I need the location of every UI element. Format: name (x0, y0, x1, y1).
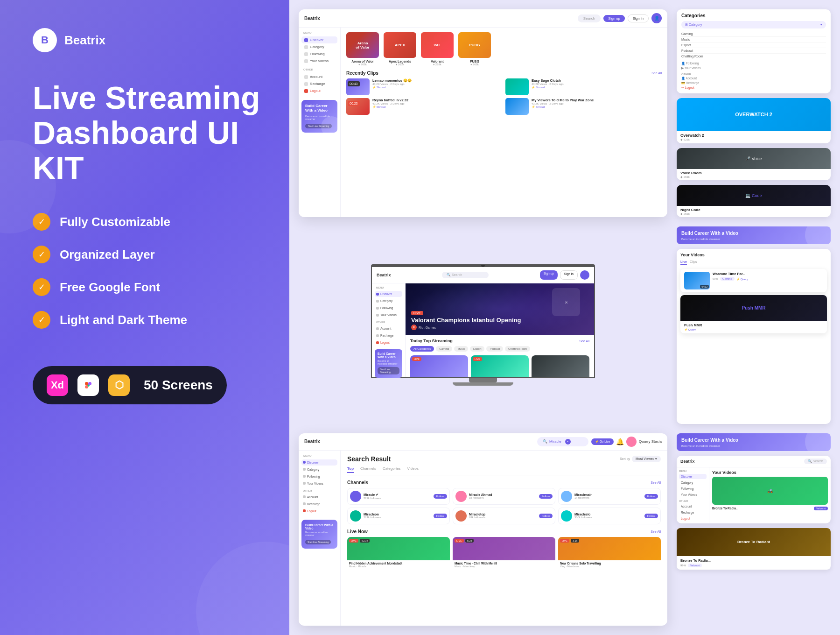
notifications-icon[interactable]: 🔔 (616, 438, 624, 445)
dash-signin-btn[interactable]: Sign In (560, 270, 578, 280)
clip-name-3: Reyna buffed in v2.32 (372, 98, 503, 102)
dash-search-input[interactable]: 🔍 Search (442, 272, 489, 278)
signin-btn[interactable]: Sign In (628, 14, 649, 22)
bronze-thumb[interactable]: Bronze To Radiant (677, 528, 831, 556)
dash-yourvideos-item[interactable]: Your Videos (375, 312, 402, 318)
dash-promo-btn[interactable]: Start Live Streaming (378, 367, 399, 374)
bot-panel-logout[interactable]: Logout (679, 516, 707, 521)
live-see-all[interactable]: See All (651, 530, 661, 533)
filter-channels[interactable]: Channels (360, 466, 376, 473)
bot-following-label: Following (307, 475, 320, 478)
user-avatar[interactable]: 👤 (651, 13, 662, 23)
top-search-bar[interactable]: Search (578, 14, 601, 22)
tractor-stream-thumb[interactable]: 🚜 (712, 477, 828, 505)
filter-top[interactable]: Top (347, 466, 354, 473)
ch5-follow-btn[interactable]: Follow (539, 514, 553, 518)
bot-discover-item[interactable]: Discover (301, 459, 337, 466)
bot-search-bar[interactable]: 🔍 Miracle × (537, 437, 588, 446)
clip-thumb-2[interactable] (505, 78, 529, 95)
sidebar-logout[interactable]: Logout (301, 87, 337, 94)
cat-music[interactable]: Music (681, 37, 826, 42)
live-thumb-3[interactable]: LIVE 3.1k (558, 537, 661, 560)
tab-all-categories[interactable]: All Categories (410, 346, 434, 352)
discover-label: Discover (310, 38, 323, 42)
clip-thumb-1[interactable]: 00:43 (346, 78, 370, 95)
bot-promo-btn[interactable]: Start Live Streaming (305, 540, 331, 544)
pubg-thumb[interactable]: PUBG (458, 32, 491, 58)
dash-signup-btn[interactable]: Sign up (540, 270, 558, 280)
bot-yourvideos-label: Your Videos (307, 482, 323, 485)
push-mmr-thumb[interactable]: Push MMR (680, 295, 827, 321)
ch1-follow-btn[interactable]: Follow (434, 494, 447, 499)
cat-gaming[interactable]: Gaming (681, 31, 826, 37)
tab-podcast[interactable]: Podcast (486, 346, 503, 352)
sidebar-category[interactable]: Category (301, 43, 337, 50)
stream-thumb-3[interactable] (532, 355, 589, 377)
cat-chatting[interactable]: Chatting Room (681, 54, 826, 59)
tab-clips[interactable]: Clips (690, 260, 697, 265)
warzone-thumb[interactable]: 04:32 (684, 272, 710, 289)
tab-chatting[interactable]: Chatting Room (505, 346, 530, 352)
tab-gaming[interactable]: Gaming (436, 346, 452, 352)
ch4-follow-btn[interactable]: Follow (434, 514, 447, 518)
sidebar-recharge[interactable]: Recharge (301, 80, 337, 87)
bot-your-videos-title: Your Videos (712, 470, 828, 475)
bot-recharge-item[interactable]: Recharge (301, 501, 337, 507)
dash-discover-item[interactable]: Discover (375, 291, 402, 297)
bot-panel-yourvideos[interactable]: Your Videos (679, 492, 707, 497)
search-clear[interactable]: × (565, 439, 571, 444)
val-thumb[interactable]: VAL (421, 32, 454, 58)
category-dropdown[interactable]: ⊞ Category ▾ (681, 21, 826, 28)
channels-see-all[interactable]: See All (651, 481, 661, 484)
dash-category-item[interactable]: Category (375, 298, 402, 304)
live-thumb-2[interactable]: LIVE 5.2k (453, 537, 555, 560)
arena-thumb[interactable]: Arenaof Valor (346, 32, 379, 58)
streaming-see-all[interactable]: See All (579, 339, 589, 343)
filter-videos[interactable]: Videos (407, 466, 419, 473)
cat-esport[interactable]: Esport (681, 42, 826, 48)
bot-category-dot (303, 468, 306, 471)
apex-thumb[interactable]: APEX (384, 32, 416, 58)
warzone-duration: 04:32 (700, 285, 709, 289)
bot-logout-item[interactable]: Logout (301, 508, 337, 514)
tab-live[interactable]: Live (680, 260, 687, 265)
push-mmr-title: Push MMR (684, 323, 823, 327)
bot-panel-category[interactable]: Category (679, 480, 707, 485)
clip-thumb-4[interactable] (505, 98, 529, 115)
ch3-follow-btn[interactable]: Follow (644, 494, 658, 499)
bot-category-item[interactable]: Category (301, 466, 337, 473)
stream-thumb-2[interactable]: LIVE (471, 355, 529, 377)
sidebar-account[interactable]: Account (301, 73, 337, 80)
signup-btn[interactable]: Sign up (603, 15, 624, 22)
bot-following-item[interactable]: Following (301, 473, 337, 480)
bot-panel-recharge[interactable]: Recharge (679, 510, 707, 515)
bot-mini-search[interactable]: 🔍 Search (804, 459, 827, 464)
bot-panel-discover[interactable]: Discover (679, 474, 707, 479)
sidebar-discover[interactable]: Discover (301, 36, 337, 43)
filter-categories[interactable]: Categories (383, 466, 401, 473)
stream-thumb-1[interactable]: LIVE (410, 355, 468, 377)
bot-yourvideos-item[interactable]: Your Videos (301, 480, 337, 487)
sort-dropdown[interactable]: Most Viewed ▾ (632, 456, 661, 462)
top-screen-card: Beatrix Search Sign up Sign In 👤 MENU (299, 9, 667, 217)
live-thumb-1[interactable]: LIVE 52.3k (347, 537, 450, 560)
sidebar-following[interactable]: Following (301, 50, 337, 57)
dash-logout-item[interactable]: Logout (375, 339, 402, 346)
sidebar-your-videos[interactable]: Your Videos (301, 57, 337, 64)
bot-panel-account[interactable]: Account (679, 504, 707, 509)
tab-esport[interactable]: Esport (470, 346, 484, 352)
tab-music[interactable]: Music (454, 346, 468, 352)
clips-see-all[interactable]: See All (651, 71, 662, 75)
ch2-follow-btn[interactable]: Follow (539, 494, 553, 499)
night-code-thumb: 💻 Code (677, 185, 831, 206)
dash-recharge-item[interactable]: Recharge (375, 332, 402, 339)
clip-thumb-3[interactable]: 00:23 (346, 98, 370, 115)
bot-logout-label: Logout (307, 509, 316, 513)
bot-account-item[interactable]: Account (301, 494, 337, 500)
ch6-follow-btn[interactable]: Follow (644, 514, 658, 518)
dash-account-item[interactable]: Account (375, 325, 402, 332)
bot-golive-btn[interactable]: ⚡ Go Live (591, 438, 614, 445)
cat-podcast[interactable]: Podcast (681, 48, 826, 54)
bot-panel-following[interactable]: Following (679, 486, 707, 491)
dash-following-item[interactable]: Following (375, 305, 402, 311)
